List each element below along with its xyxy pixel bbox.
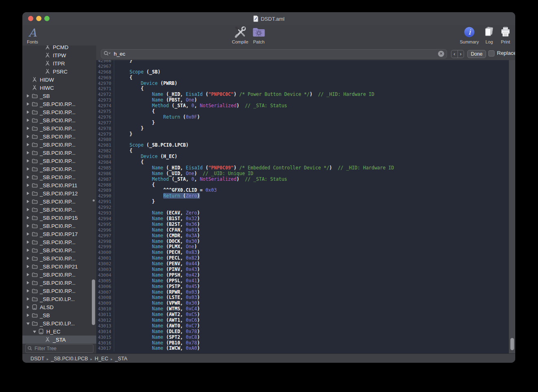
disclosure-triangle[interactable]: [26, 287, 31, 295]
tree-item-_SB-PCI0-RP-[interactable]: _SB.PCI0.RP...: [22, 124, 96, 132]
tree-item-_SB-PCI0-RP21[interactable]: _SB.PCI0.RP21: [22, 262, 96, 271]
tree-item-_SB-PCI0-RP-[interactable]: _SB.PCI0.RP...: [22, 206, 96, 214]
tree-item-_SB-PCI0-RP15[interactable]: _SB.PCI0.RP15: [22, 214, 96, 222]
code-line[interactable]: 42975 {: [96, 109, 509, 115]
code-text[interactable]: Name (AWT1, 0xC6): [118, 318, 200, 323]
code-text[interactable]: Name (IWCW, 0xA0): [118, 346, 200, 351]
fonts-button[interactable]: A Fonts: [22, 26, 43, 45]
tree-item-PCMD[interactable]: PCMD: [22, 45, 96, 51]
disclosure-triangle[interactable]: [26, 214, 31, 222]
code-text[interactable]: }: [118, 60, 132, 64]
code-text[interactable]: Device (PWRB): [118, 81, 177, 87]
tree-item-_SB-PCI0-RP-[interactable]: _SB.PCI0.RP...: [22, 132, 96, 141]
disclosure-triangle[interactable]: [26, 92, 31, 100]
code-text[interactable]: Name (PPSL, 0x41): [118, 278, 200, 284]
code-line[interactable]: 43009 Name (VPWR, 0x30): [96, 301, 509, 306]
code-line[interactable]: 42977 }: [96, 120, 509, 126]
code-line[interactable]: 42969 {: [96, 75, 509, 81]
search-field[interactable]: ✕: [101, 49, 447, 58]
code-line[interactable]: 42987 Method (_STA, 0, NotSerialized) //…: [96, 177, 509, 182]
replace-checkbox[interactable]: [488, 50, 495, 56]
disclosure-triangle[interactable]: [26, 246, 31, 254]
code-line[interactable]: 42979 }: [96, 132, 509, 137]
tree-item-PSRC[interactable]: PSRC: [22, 67, 96, 76]
disclosure-triangle[interactable]: [26, 149, 31, 157]
code-text[interactable]: Device (H_EC): [118, 154, 177, 160]
code-text[interactable]: Name (AWT2, 0xC5): [118, 312, 200, 318]
code-text[interactable]: Method (_STA, 0, NotSerialized) // _STA:…: [118, 177, 287, 182]
disclosure-triangle[interactable]: [26, 189, 31, 197]
code-line[interactable]: 43010 Name (WTMS, 0xC4): [96, 306, 509, 312]
clear-search-button[interactable]: ✕: [438, 51, 444, 57]
tree-item-_SB-PCI0-RP-[interactable]: _SB.PCI0.RP...: [22, 100, 96, 108]
tree-item-_SB-PCI0-RP-[interactable]: _SB.PCI0.RP...: [22, 279, 96, 287]
code-text[interactable]: {: [118, 182, 155, 188]
code-line[interactable]: 42968 Scope (_SB): [96, 69, 509, 75]
code-line[interactable]: 43012 Name (AWT1, 0xC6): [96, 318, 509, 323]
code-text[interactable]: {: [118, 86, 143, 92]
code-line[interactable]: 43005 Name (PPSL, 0x41): [96, 278, 509, 284]
filter-tree-input[interactable]: [34, 345, 98, 352]
code-line[interactable]: 43003 Name (PINV, 0x43): [96, 267, 509, 273]
code-text[interactable]: Name (VPWR, 0x30): [118, 301, 200, 306]
tree-item-_SB-PCI0-RP-[interactable]: _SB.PCI0.RP...: [22, 287, 96, 295]
code-text[interactable]: Name (LSTE, 0x03): [118, 295, 200, 301]
patch-button[interactable]: Patch: [247, 26, 270, 45]
search-input[interactable]: [113, 50, 438, 57]
disclosure-triangle[interactable]: [26, 271, 31, 279]
disclosure-triangle[interactable]: [26, 311, 31, 319]
code-line[interactable]: 43016 Name (PB10, 0x78): [96, 340, 509, 346]
code-line[interactable]: 42985 Name (_HID, EisaId ("PNP0C09") /* …: [96, 165, 509, 171]
tree-item-ITPR[interactable]: ITPR: [22, 59, 96, 67]
code-text[interactable]: Name (_HID, EisaId ("PNP0C09") /* Embedd…: [118, 165, 394, 171]
code-text[interactable]: {: [118, 160, 143, 165]
find-previous-button[interactable]: ‹: [451, 50, 458, 58]
disclosure-triangle[interactable]: [26, 116, 31, 124]
sidebar-scrollbar[interactable]: [92, 279, 95, 325]
code-text[interactable]: Name (DLED, 0x78): [118, 329, 200, 335]
disclosure-triangle[interactable]: [26, 303, 31, 311]
code-line[interactable]: 42988 {: [96, 182, 509, 188]
tree-item-_SB[interactable]: _SB: [22, 311, 96, 319]
code-line[interactable]: 43002 Name (PENV, 0x44): [96, 261, 509, 267]
code-text[interactable]: ^^^GFX0.CLID = 0x03: [118, 188, 217, 193]
code-line[interactable]: 43014 Name (DLED, 0x78): [96, 329, 509, 335]
editor-scrollbar-thumb[interactable]: [510, 338, 514, 350]
disclosure-triangle[interactable]: [26, 206, 31, 214]
code-line[interactable]: 43006 Name (PSTP, 0x45): [96, 284, 509, 290]
code-line[interactable]: 42989 ^^^GFX0.CLID = 0x03: [96, 188, 509, 193]
code-text[interactable]: Scope (_SB.PCI0.LPCB): [118, 143, 189, 148]
code-line[interactable]: 42996 Name (CFAN, 0x03): [96, 227, 509, 233]
code-line[interactable]: 43000 Name (PECH, 0x83): [96, 250, 509, 256]
disclosure-triangle[interactable]: [26, 262, 31, 271]
code-text[interactable]: Name (PSTP, 0x45): [118, 284, 200, 290]
code-text[interactable]: Name (CFAN, 0x03): [118, 227, 200, 233]
disclosure-triangle[interactable]: [26, 141, 31, 149]
code-line[interactable]: 43015 Name (SPT2, 0xC8): [96, 335, 509, 340]
code-text[interactable]: Name (AWT0, 0xC7): [118, 323, 200, 329]
code-line[interactable]: 42982 {: [96, 148, 509, 154]
breadcrumb-item-H_EC[interactable]: H_EC: [95, 356, 108, 362]
disclosure-triangle[interactable]: [26, 295, 31, 303]
disclosure-triangle[interactable]: [26, 230, 31, 238]
code-line[interactable]: 42990 Return (Zero): [96, 193, 509, 199]
breadcrumb-item-DSDT[interactable]: DSDT: [30, 356, 44, 362]
breadcrumb-item-_STA[interactable]: _STA: [115, 356, 127, 362]
tree-item-_STA[interactable]: _STA: [22, 336, 96, 344]
disclosure-triangle[interactable]: [26, 222, 31, 230]
code-line[interactable]: 42971 {: [96, 86, 509, 92]
code-text[interactable]: {: [118, 75, 132, 81]
code-text[interactable]: Name (PB10, 0x78): [118, 340, 200, 346]
code-text[interactable]: Return (Zero): [118, 193, 200, 199]
code-line[interactable]: 42972 Name (_HID, EisaId ("PNP0C0C") /* …: [96, 92, 509, 97]
code-text[interactable]: Name (RPWR, 0x03): [118, 290, 200, 295]
code-line[interactable]: 43013 Name (AWT0, 0xC7): [96, 323, 509, 329]
code-line[interactable]: 42983 Device (H_EC): [96, 154, 509, 160]
tree-item-_SB-PCI0-LP-[interactable]: _SB.PCI0.LP...: [22, 319, 96, 327]
tree-item-H_EC[interactable]: H_EC: [22, 327, 96, 336]
code-text[interactable]: Return (0x0F): [118, 115, 200, 120]
code-line[interactable]: 42980: [96, 137, 509, 143]
code-line[interactable]: 42992: [96, 205, 509, 210]
code-line[interactable]: 43001 Name (PECL, 0x82): [96, 256, 509, 261]
print-button[interactable]: Print: [495, 26, 515, 45]
